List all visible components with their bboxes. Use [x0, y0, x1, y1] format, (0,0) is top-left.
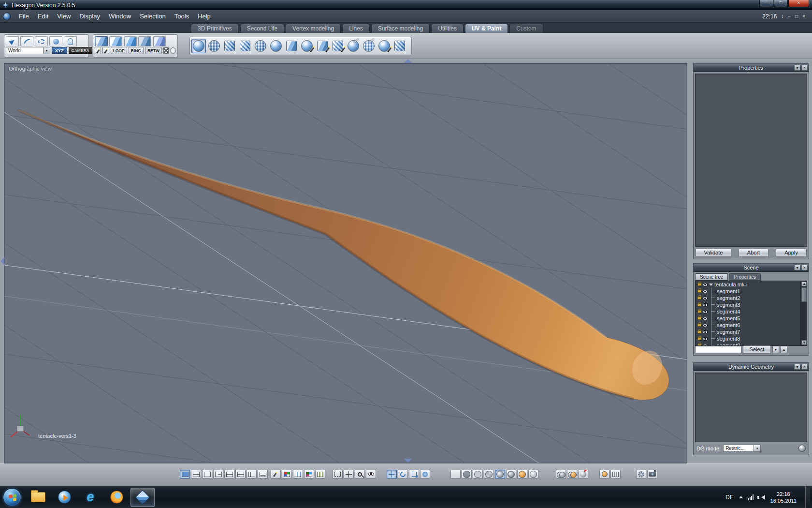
scene-tree-item[interactable]: segment1	[696, 288, 807, 295]
scene-filter-input[interactable]	[695, 346, 741, 353]
dg-preview-sphere-icon[interactable]	[798, 445, 806, 452]
scene-tree-item[interactable]: segment3	[696, 301, 807, 308]
scale-manipulator-icon[interactable]	[409, 470, 419, 478]
menu-edit[interactable]: Edit	[33, 10, 53, 22]
viewport-top-handle[interactable]	[404, 59, 412, 63]
lock-icon[interactable]	[697, 330, 701, 333]
lock-icon[interactable]	[697, 317, 701, 320]
scroll-down-icon[interactable]	[801, 340, 807, 345]
betw-button[interactable]: BETW	[145, 47, 162, 54]
smooth-wire-display-icon[interactable]	[506, 470, 516, 478]
hexagon-menu-icon[interactable]	[3, 13, 11, 20]
visibility-icon[interactable]	[703, 297, 708, 300]
lock-icon[interactable]	[697, 337, 701, 340]
tab-surface-modeling[interactable]: Surface modeling	[371, 24, 430, 33]
curve-select-icon[interactable]	[20, 36, 33, 46]
select-down-icon[interactable]: ▼	[772, 346, 779, 353]
explorer-icon[interactable]	[26, 488, 50, 507]
select-arrow-icon[interactable]	[6, 36, 19, 46]
close-panel-icon[interactable]: ×	[801, 364, 808, 370]
minimize-icon[interactable]: −	[788, 14, 791, 19]
lock-icon[interactable]	[697, 303, 701, 306]
layout-left-one-right-two-icon[interactable]	[213, 470, 223, 478]
visibility-icon[interactable]	[703, 283, 708, 286]
start-button[interactable]	[3, 488, 21, 507]
edge-pen-icon[interactable]	[95, 47, 101, 54]
zoom-magnifier-icon[interactable]	[355, 470, 365, 478]
uv-cut-sphere-icon[interactable]	[346, 39, 361, 53]
tab-scene-tree[interactable]: Scene tree	[695, 273, 728, 281]
menu-selection[interactable]: Selection	[135, 10, 170, 22]
taskbar-clock[interactable]: 22:16 16.05.2011	[770, 491, 797, 504]
collapse-panel-icon[interactable]: ▼	[794, 65, 800, 71]
scene-tree-item[interactable]: segment6	[696, 322, 807, 329]
edge-pen-plus-icon[interactable]	[102, 47, 109, 54]
maximize-button[interactable]: □	[774, 0, 788, 7]
scroll-up-icon[interactable]	[801, 282, 807, 286]
viewport-bottom-handle[interactable]	[404, 459, 412, 463]
uv-pen-box-icon[interactable]	[331, 39, 345, 53]
select-button[interactable]: Select	[743, 345, 771, 354]
tab-scene-properties[interactable]: Properties	[729, 273, 761, 281]
flat-shade-display-icon[interactable]	[473, 470, 483, 478]
scene-panel-header[interactable]: Scene ▼ ×	[694, 264, 809, 272]
visibility-eye-icon[interactable]	[366, 470, 376, 478]
flat-wire-display-icon[interactable]	[484, 470, 494, 478]
collapse-panel-icon[interactable]: ▼	[794, 265, 800, 270]
media-player-icon[interactable]	[52, 488, 76, 507]
uv-stamp-icon[interactable]	[377, 39, 392, 53]
shade-selection-icon[interactable]	[556, 470, 566, 478]
uv-cubic-projection-icon[interactable]	[238, 39, 252, 53]
layout-single-view-icon[interactable]	[180, 470, 190, 478]
chevron-down-icon[interactable]: ▼	[754, 445, 761, 452]
phantom-mode-icon[interactable]	[64, 36, 77, 46]
checker-texture-icon[interactable]	[293, 470, 303, 478]
layout-two-horizontal-icon[interactable]	[224, 470, 234, 478]
lock-icon[interactable]	[697, 324, 701, 327]
maximize-icon[interactable]: □	[795, 14, 798, 19]
clear-selection-icon[interactable]	[163, 47, 169, 54]
chevron-down-icon[interactable]: ▼	[44, 47, 50, 54]
tab-3d-primitives[interactable]: 3D Primitives	[191, 24, 239, 33]
ring-button[interactable]: RING	[129, 47, 144, 54]
language-indicator[interactable]: DE	[725, 494, 734, 501]
dynamic-geometry-header[interactable]: Dynamic Geometry ▼ ×	[694, 363, 809, 371]
tab-utilities[interactable]: Utilities	[431, 24, 464, 33]
close-icon[interactable]: ×	[802, 14, 805, 19]
layout-quad-view-icon[interactable]	[191, 470, 201, 478]
uv-planar-projection-icon[interactable]	[253, 39, 268, 53]
material-preview-icon[interactable]	[599, 470, 609, 478]
working-space-dropdown[interactable]: World ▼	[6, 47, 50, 54]
close-panel-icon[interactable]: ×	[801, 265, 808, 270]
layout-top-one-bottom-two-icon[interactable]	[235, 470, 246, 478]
menu-window[interactable]: Window	[104, 10, 135, 22]
validate-button[interactable]: Validate	[696, 249, 731, 257]
scene-tree-item[interactable]: segment4	[696, 308, 807, 315]
rotate-manipulator-icon[interactable]	[398, 470, 408, 478]
hidden-icons-arrow[interactable]	[739, 496, 743, 498]
panel-columns-icon[interactable]	[610, 470, 621, 478]
shade-all-icon[interactable]	[567, 470, 577, 478]
scene-tree-root[interactable]: tentacula mk-i	[696, 281, 807, 288]
transparent-display-icon[interactable]	[528, 470, 538, 478]
internet-explorer-icon[interactable]: e	[78, 488, 102, 507]
hidden-line-display-icon[interactable]	[462, 470, 472, 478]
universal-manipulator-icon[interactable]	[420, 470, 430, 478]
menu-help[interactable]: Help	[193, 10, 215, 22]
smooth-shade-display-icon[interactable]	[495, 470, 505, 478]
dg-mode-dropdown[interactable]: Restric... ▼	[723, 445, 761, 452]
lock-icon[interactable]	[697, 297, 701, 299]
render-camera-icon[interactable]	[647, 470, 657, 478]
scene-tree-item[interactable]: segment7	[696, 329, 807, 335]
color-palette-icon[interactable]	[282, 470, 292, 478]
menu-display[interactable]: Display	[75, 10, 104, 22]
abort-button[interactable]: Abort	[739, 249, 768, 257]
scrollbar-thumb[interactable]	[801, 287, 807, 302]
selection-frame-icon[interactable]	[333, 470, 343, 478]
soft-select-none-icon[interactable]	[95, 36, 108, 46]
titlebar[interactable]: Hexagon Version 2.5.0.5 − □ ×	[0, 0, 812, 10]
uv-checker-sphere-icon[interactable]	[207, 39, 221, 53]
uv-spherical-projection-icon[interactable]	[191, 39, 206, 53]
scene-tree-item[interactable]: segment5	[696, 315, 807, 322]
uv-pencil-grid-icon[interactable]	[271, 470, 281, 478]
